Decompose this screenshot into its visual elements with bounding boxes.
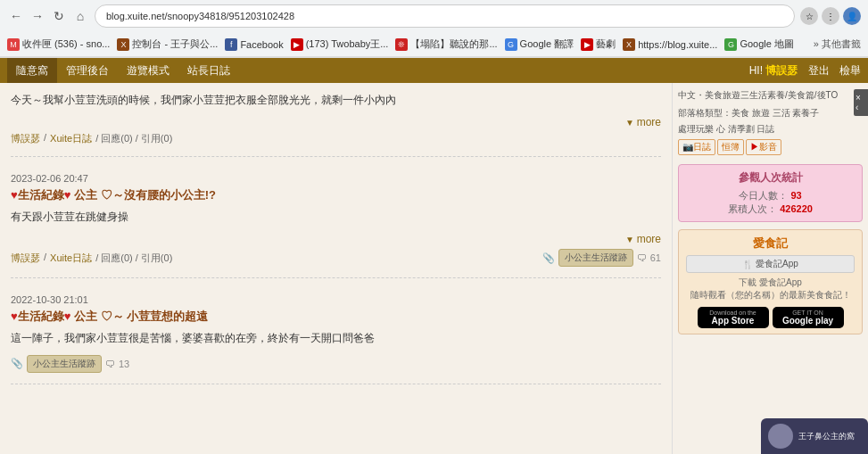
nav-item-admin[interactable]: 管理後台: [57, 58, 118, 83]
stats-title: 參觀人次統計: [686, 170, 855, 186]
sidebar: 中文・美食旅遊三生活素養/美食篇/後TO 部落格類型：美食 旅遊 三活 素養子 …: [672, 83, 868, 454]
post-tag-diary-1[interactable]: Xuite日誌: [50, 132, 92, 145]
stats-today-count: 93: [790, 190, 801, 201]
browser-menu-icon[interactable]: ⋮: [822, 7, 839, 25]
nav-item-browse[interactable]: 遊覽模式: [118, 58, 178, 83]
nav-item-home[interactable]: 隨意窩: [7, 58, 57, 83]
site-nav: 隨意窩 管理後台 遊覽模式 站長日誌 HI! 博誤瑟 登出 檢舉: [0, 58, 868, 83]
post-footer-1: 博誤瑟 / Xuite日誌 / 回應(0) / 引用(0): [11, 132, 661, 145]
stats-total-count: 426220: [780, 203, 813, 214]
sidebar-link-album[interactable]: 恒簿: [717, 139, 744, 155]
bookmark-drama[interactable]: ▶ 藝劇: [581, 37, 616, 51]
nav-item-diary[interactable]: 站長日誌: [178, 58, 239, 83]
sidebar-hobby: 處理玩樂 心 清季劃 日誌: [678, 123, 863, 136]
post-date-2: 2023-02-06 20:47: [11, 173, 661, 184]
post-more-1[interactable]: more: [11, 116, 661, 128]
bookmark-translate[interactable]: G Google 翻譯: [505, 37, 575, 51]
paperclip-icon-3: 📎: [11, 358, 23, 369]
post-entry: 今天～我幫小荳荳洗頭的時候，我們家小荳荳把衣服全部脫光光，就剩一件小內內 mor…: [11, 92, 661, 157]
more-bookmarks[interactable]: » 其他書籤: [814, 37, 861, 51]
stats-total: 累積人次： 426220: [686, 202, 855, 216]
bookmark-translate-label: Google 翻譯: [520, 37, 575, 51]
google-play-sub: GET IT ON: [792, 310, 823, 316]
bookmark-maps[interactable]: G Google 地圖: [724, 37, 794, 51]
home-button[interactable]: ⌂: [71, 7, 89, 25]
app-store-badge[interactable]: Download on the App Store: [698, 307, 769, 328]
post-tags-2: 博誤瑟 / Xuite日誌 / 回應(0) / 引用(0): [11, 252, 172, 265]
paperclip-icon-2: 📎: [542, 252, 555, 264]
bookmark-xuite[interactable]: X 控制台 - 王子與公...: [117, 37, 218, 51]
bookmark-facebook[interactable]: f Facebook: [225, 38, 283, 51]
post-entry-2: 2023-02-06 20:47 ♥生活紀錄♥ 公主 ♡～沒有腰的小公主!? 有…: [11, 173, 661, 278]
right-panel-close[interactable]: ×‹: [854, 89, 868, 116]
food-desc-text: 隨時觀看（您的名稱）的最新美食食記！: [690, 290, 851, 300]
sidebar-top-section: 中文・美食旅遊三生活素養/美食篇/後TO 部落格類型：美食 旅遊 三活 素養子 …: [678, 88, 863, 155]
bookmark-gmail[interactable]: M 收件匣 (536) - sno...: [7, 37, 110, 51]
post-tags-1: 博誤瑟 / Xuite日誌 / 回應(0) / 引用(0): [11, 132, 172, 145]
food-box: 愛食記 🍴 愛食記App 下載 愛食記App 隨時觀看（您的名稱）的最新美食食記…: [678, 229, 863, 334]
store-badges: Download on the App Store GET IT ON Goog…: [686, 307, 855, 328]
report-link[interactable]: 檢舉: [839, 64, 861, 77]
comment-count-3: 13: [119, 359, 129, 369]
google-play-badge[interactable]: GET IT ON Google play: [773, 307, 844, 328]
post-footer-3: 📎 小公主生活蹤跡 🗨 13: [11, 355, 661, 373]
post-body-1: 今天～我幫小荳荳洗頭的時候，我們家小荳荳把衣服全部脫光光，就剩一件小內內: [11, 92, 661, 109]
food-title: 愛食記: [686, 235, 855, 252]
user-avatar-icon[interactable]: 👤: [843, 7, 861, 25]
reload-button[interactable]: ↻: [50, 7, 68, 25]
main-layout: 今天～我幫小荳荳洗頭的時候，我們家小荳荳把衣服全部脫光光，就剩一件小內內 mor…: [0, 83, 868, 454]
post-footer-right-2: 📎 小公主生活蹤跡 🗨 61: [542, 249, 661, 267]
app-store-main: App Store: [712, 316, 755, 326]
address-bar-row: ← → ↻ ⌂ blog.xuite.net/snoopy34818/95120…: [0, 0, 868, 32]
comment-count-2: 61: [650, 252, 661, 263]
post-title-3: ♥生活紀錄♥ 公主 ♡～ 小荳荳想的超遠: [11, 309, 661, 325]
sidebar-top-info: 中文・美食旅遊三生活素養/美食篇/後TO: [678, 88, 863, 102]
post-tag-diary-2[interactable]: Xuite日誌: [50, 252, 92, 265]
content-area: 今天～我幫小荳荳洗頭的時候，我們家小荳荳把衣服全部脫光光，就剩一件小內內 mor…: [0, 83, 672, 454]
author-tag-3: 小公主生活蹤跡: [27, 355, 102, 373]
sidebar-link-diary[interactable]: 📷日誌: [678, 139, 715, 155]
author-tag-2: 小公主生活蹤跡: [558, 249, 633, 267]
bookmark-gmail-label: 收件匣 (536) - sno...: [22, 37, 110, 51]
bookmark-blog-label: https://blog.xuite...: [638, 39, 717, 50]
comment-icon-2: 🗨: [637, 252, 647, 263]
sidebar-link-video[interactable]: ▶影音: [746, 139, 781, 155]
post-tag-author-1[interactable]: 博誤瑟: [11, 132, 40, 145]
bookmark-xuite-label: 控制台 - 王子與公...: [132, 37, 218, 51]
avatar-image: [768, 424, 793, 449]
bookmarks-bar: M 收件匣 (536) - sno... X 控制台 - 王子與公... f F…: [0, 32, 868, 57]
comment-icon-3: 🗨: [105, 359, 115, 369]
app-store-sub: Download on the: [709, 310, 756, 316]
address-bar[interactable]: blog.xuite.net/snoopy34818/951203102428: [95, 4, 795, 28]
bookmark-blog[interactable]: X https://blog.xuite...: [623, 38, 717, 51]
site-nav-greeting: HI! 博誤瑟 登出 檢舉: [749, 63, 861, 78]
bookmark-star-icon[interactable]: ☆: [800, 7, 818, 25]
bookmark-facebook-label: Facebook: [240, 39, 283, 50]
post-more-2[interactable]: more: [11, 233, 661, 245]
google-play-main: Google play: [782, 316, 833, 326]
bookmark-special-label: 【塌陷】聽說的那...: [410, 37, 497, 51]
username-display: 博誤瑟: [765, 64, 798, 77]
post-footer-2: 博誤瑟 / Xuite日誌 / 回應(0) / 引用(0) 📎 小公主生活蹤跡 …: [11, 249, 661, 267]
post-body-3: 這一陣子，我們家小荳荳很是苦惱，婆婆喜歡的在旁，終於有一天開口問爸爸: [11, 330, 661, 347]
bottom-avatar: 王子鼻公主的窩: [761, 418, 868, 454]
post-body-2: 有天跟小荳荳在跳健身操: [11, 209, 661, 226]
bookmark-youtube[interactable]: ▶ (173) Twobaby王...: [291, 37, 389, 51]
url-text: blog.xuite.net/snoopy34818/951203102428: [106, 11, 294, 21]
sidebar-blog-type: 部落格類型：美食 旅遊 三活 素養子: [678, 107, 863, 120]
post-date-3: 2022-10-30 21:01: [11, 294, 661, 305]
bookmark-drama-label: 藝劇: [596, 37, 616, 51]
stats-today: 今日人數： 93: [686, 189, 855, 202]
forward-button[interactable]: →: [29, 7, 46, 25]
food-app-badge: 🍴 愛食記App: [686, 255, 855, 273]
post-title-2: ♥生活紀錄♥ 公主 ♡～沒有腰的小公主!?: [11, 187, 661, 203]
bookmark-youtube-label: (173) Twobaby王...: [306, 37, 389, 51]
logout-link[interactable]: 登出: [808, 64, 830, 77]
bookmark-special[interactable]: ❊ 【塌陷】聽說的那...: [395, 37, 497, 51]
avatar-text: 王子鼻公主的窩: [798, 431, 855, 442]
stats-box: 參觀人次統計 今日人數： 93 累積人次： 426220: [678, 164, 863, 222]
back-button[interactable]: ←: [7, 7, 25, 25]
post-tag-author-2[interactable]: 博誤瑟: [11, 252, 40, 265]
post-footer-right-3: 📎 小公主生活蹤跡 🗨 13: [11, 355, 129, 373]
bookmark-maps-label: Google 地圖: [740, 37, 794, 51]
